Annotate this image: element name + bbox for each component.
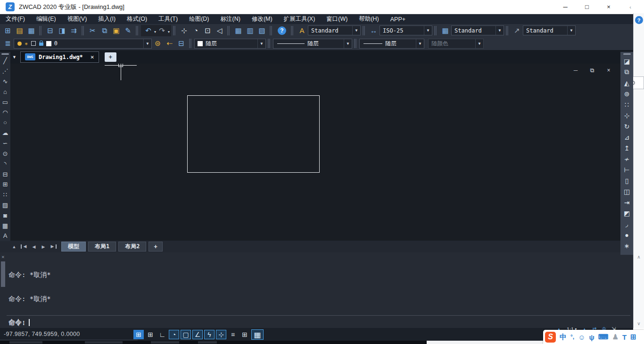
menu-express-tools[interactable]: 扩展工具(X) xyxy=(278,15,321,23)
tab-close-icon[interactable]: × xyxy=(91,53,94,60)
tab-list-dropdown-icon[interactable]: ▼ xyxy=(12,55,17,59)
print-preview-button[interactable]: ◨ xyxy=(56,25,68,36)
layer-combo[interactable]: ∗ 0 ▼ xyxy=(14,39,152,49)
tab-layout2[interactable]: 布局2 xyxy=(118,242,146,252)
quick-properties-toggle[interactable]: ⊞ xyxy=(239,330,250,339)
ime-chinese-mode-button[interactable]: 中 xyxy=(560,333,567,342)
hatch-button[interactable]: ▨ xyxy=(0,200,10,210)
mleader-style-combo[interactable]: Standard ▼ xyxy=(523,25,576,35)
command-drag-grip[interactable] xyxy=(1,261,5,287)
designcenter-button[interactable]: ▧ xyxy=(256,25,268,36)
next-tab-button[interactable]: ▶ xyxy=(40,244,47,249)
color-combo[interactable]: 随层 ▼ xyxy=(194,39,266,49)
publish-button[interactable]: ⇉ xyxy=(68,25,80,36)
ellipse-button[interactable]: ⊙ xyxy=(0,148,10,159)
otrack-toggle[interactable]: ∠ xyxy=(192,330,203,339)
snap-toggle[interactable]: ⊞ xyxy=(133,330,144,339)
layer-previous-button[interactable]: ⇠ xyxy=(164,38,175,49)
offset-button[interactable]: ⊚ xyxy=(621,88,633,99)
make-layer-current-button[interactable]: ⊜ xyxy=(152,38,164,49)
properties-palette-button[interactable]: ▥ xyxy=(244,25,256,36)
undo-button[interactable]: ↶ xyxy=(142,25,154,36)
polyline-button[interactable]: ∿ xyxy=(0,76,10,87)
cut-button[interactable]: ✂ xyxy=(87,25,99,36)
break-at-point-button[interactable]: ▯ xyxy=(621,175,633,186)
model-paper-toggle[interactable]: ▦ xyxy=(251,329,264,340)
prev-tab-button[interactable]: ◀ xyxy=(30,244,38,249)
menu-help[interactable]: 帮助(H) xyxy=(353,15,384,23)
zoom-previous-button[interactable]: ◁ xyxy=(214,25,225,36)
rectangle-button[interactable]: ▭ xyxy=(0,97,10,107)
redo-button[interactable]: ↷ xyxy=(156,25,168,36)
zoom-realtime-button[interactable]: ◔ xyxy=(190,25,202,36)
ime-punctuation-button[interactable]: °, xyxy=(570,334,574,340)
document-tab-drawing1[interactable]: DWG Drawing1.dwg* × xyxy=(20,51,99,63)
mleader-style-icon[interactable]: ↗ xyxy=(511,25,523,36)
help-button[interactable]: ? xyxy=(278,26,286,35)
doc-minimize-button[interactable]: ─ xyxy=(572,67,579,74)
dim-style-combo[interactable]: ISO-25 ▼ xyxy=(380,25,432,35)
table-style-icon[interactable]: ▦ xyxy=(439,25,451,36)
text-style-icon[interactable]: A xyxy=(296,25,308,36)
table-style-combo[interactable]: Standard ▼ xyxy=(451,25,504,35)
spline-button[interactable]: ∽ xyxy=(0,138,10,149)
new-tab-button[interactable]: + xyxy=(105,52,116,62)
copy-clip-button[interactable]: ⧉ xyxy=(99,25,110,36)
command-input[interactable]: 命令: xyxy=(8,318,30,327)
save-button[interactable]: ▦ xyxy=(25,25,37,36)
mtext-button[interactable]: A xyxy=(0,231,10,241)
erase-button[interactable]: ◪ xyxy=(621,56,633,67)
lineweight-toggle[interactable]: ≡ xyxy=(228,330,238,339)
point-button[interactable]: ∷ xyxy=(0,190,10,200)
rotate-button[interactable]: ↻ xyxy=(621,121,633,132)
command-window[interactable]: × 命令: *取消* 命令: *取消* 命令: 命令: 命令: _rectang… xyxy=(0,252,633,328)
ortho-toggle[interactable]: ∟ xyxy=(157,330,167,339)
panel-collapse-icon[interactable]: ‹ xyxy=(626,4,635,10)
pan-button[interactable]: ⊹ xyxy=(178,25,190,36)
arc-button[interactable]: ◠ xyxy=(0,107,10,117)
print-button[interactable]: ⊟ xyxy=(44,25,56,36)
command-scroll-up[interactable]: ∧ xyxy=(634,254,644,260)
insert-block-button[interactable]: ⊟ xyxy=(0,169,10,179)
help-float-button[interactable]: ? xyxy=(635,16,643,24)
ime-emoji-button[interactable]: ☺ xyxy=(578,333,585,341)
extend-button[interactable]: ⊢ xyxy=(621,164,633,175)
quickcalc-button[interactable]: ▦ xyxy=(232,25,244,36)
zoom-window-button[interactable]: ⊡ xyxy=(202,25,214,36)
construction-line-button[interactable]: ⋰ xyxy=(0,66,10,76)
ime-keyboard-button[interactable]: ⌨ xyxy=(598,333,609,341)
match-properties-button[interactable]: ✎ xyxy=(122,25,134,36)
copy-button[interactable]: ⧉ xyxy=(621,67,633,77)
menu-insert[interactable]: 插入(I) xyxy=(92,15,121,23)
command-close-icon[interactable]: × xyxy=(1,254,5,260)
menu-app-plus[interactable]: APP+ xyxy=(385,16,411,23)
polar-toggle[interactable]: ◔ xyxy=(169,330,179,339)
first-tab-button[interactable]: ◀ xyxy=(21,244,28,249)
dynamic-input-toggle[interactable]: ϟ xyxy=(204,330,215,339)
stretch-button[interactable]: ↥ xyxy=(621,143,633,153)
layer-states-button[interactable]: ⊟ xyxy=(175,38,187,49)
ime-voice-button[interactable]: ψ xyxy=(589,333,594,341)
make-block-button[interactable]: ⊞ xyxy=(0,179,10,190)
mirror-button[interactable]: ◭ xyxy=(621,77,633,88)
doc-close-button[interactable]: × xyxy=(605,67,612,74)
menu-draw[interactable]: 绘图(D) xyxy=(183,15,215,23)
maximize-button[interactable]: □ xyxy=(583,3,591,10)
layer-manager-button[interactable]: ≣ xyxy=(2,38,14,49)
toolbar-grip[interactable] xyxy=(623,53,631,55)
menu-tools[interactable]: 工具(T) xyxy=(153,15,183,23)
sogou-logo-icon[interactable]: S xyxy=(545,332,556,343)
minimize-button[interactable]: ─ xyxy=(561,3,570,10)
text-style-combo[interactable]: Standard ▼ xyxy=(308,25,361,35)
array-button[interactable]: ∷ xyxy=(621,99,633,110)
fillet-button[interactable]: ◞ xyxy=(621,218,633,229)
line-button[interactable]: ╱ xyxy=(0,56,10,66)
region-button[interactable]: ◙ xyxy=(0,210,10,220)
move-button[interactable]: ⊹ xyxy=(621,110,633,121)
circle-button[interactable]: ○ xyxy=(0,117,10,128)
dim-style-icon[interactable]: ↔ xyxy=(368,25,380,36)
menu-modify[interactable]: 修改(M) xyxy=(246,15,278,23)
revision-cloud-button[interactable]: ☁ xyxy=(0,128,10,138)
osnap-toggle[interactable]: ▢ xyxy=(181,330,191,339)
dynamic-ucs-toggle[interactable]: ⊹ xyxy=(216,330,226,339)
